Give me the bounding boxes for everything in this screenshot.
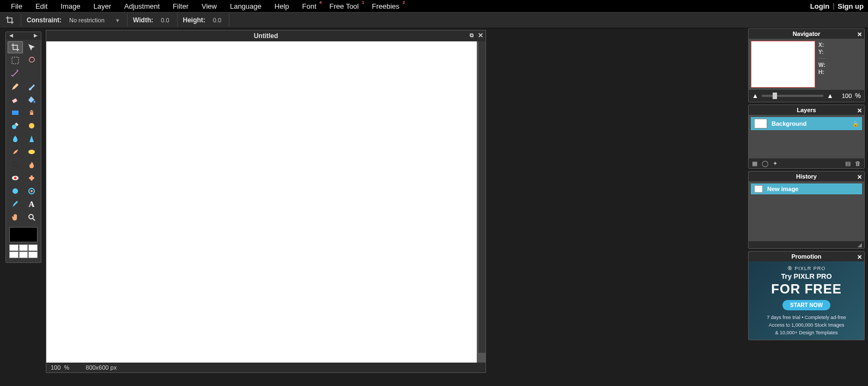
canvas[interactable] xyxy=(46,41,477,363)
foreground-color-swatch[interactable] xyxy=(9,227,38,242)
layer-settings-icon[interactable]: ▤ xyxy=(845,160,851,167)
menu-language[interactable]: Language xyxy=(223,1,268,12)
menu-help[interactable]: Help xyxy=(268,1,296,12)
menu-file[interactable]: File xyxy=(4,1,29,12)
close-icon[interactable]: ✕ xyxy=(857,29,862,39)
palette-cell[interactable] xyxy=(19,244,28,251)
palette-cell[interactable] xyxy=(9,244,19,251)
promo-detail: 7 days free trial • Completely ad-free xyxy=(751,315,862,320)
navigator-body: X: Y: W: H: xyxy=(749,39,864,90)
delete-layer-icon[interactable]: 🗑 xyxy=(855,160,861,167)
palette-cell[interactable] xyxy=(28,252,38,258)
constraint-select[interactable]: No restriction xyxy=(67,16,122,25)
toolbox-prev-icon[interactable]: ◀ xyxy=(9,33,13,39)
canvas-scrollbar[interactable] xyxy=(478,41,485,353)
menu-font[interactable]: Font4 xyxy=(296,1,323,12)
svg-point-10 xyxy=(14,177,17,180)
signup-link[interactable]: Sign up xyxy=(837,2,864,10)
dodge-tool[interactable] xyxy=(8,159,23,171)
crop-tool[interactable] xyxy=(8,41,23,53)
burn-tool[interactable] xyxy=(24,159,39,171)
nav-w-label: W: xyxy=(818,62,825,68)
history-row[interactable]: New image xyxy=(751,183,862,194)
bloat-tool[interactable] xyxy=(8,185,23,197)
color-replace-tool[interactable] xyxy=(8,120,23,132)
marquee-tool[interactable] xyxy=(8,54,23,66)
promo-line1: Try PIXLR PRO xyxy=(751,272,862,280)
palette-cell[interactable] xyxy=(19,252,28,258)
canvas-titlebar[interactable]: Untitled ⧉ ✕ xyxy=(46,30,485,41)
svg-rect-0 xyxy=(12,57,19,64)
layers-title[interactable]: Layers✕ xyxy=(749,105,864,115)
sponge-tool[interactable] xyxy=(24,146,39,158)
move-tool[interactable] xyxy=(24,41,39,53)
palette-cell[interactable] xyxy=(28,244,38,251)
lock-icon[interactable]: 🔒 xyxy=(852,121,859,127)
layers-body: Background 🔒 xyxy=(749,115,864,158)
layers-panel: Layers✕ Background 🔒 ▦ ◯ ✦ ▤ 🗑 xyxy=(748,105,865,169)
palette-cell[interactable] xyxy=(9,252,19,258)
brush-tool[interactable] xyxy=(24,81,39,93)
menu-filter[interactable]: Filter xyxy=(166,1,195,12)
maximize-icon[interactable]: ⧉ xyxy=(470,32,474,39)
wand-tool[interactable] xyxy=(8,68,23,79)
pencil-tool[interactable] xyxy=(8,81,23,93)
badge: 1 xyxy=(362,0,364,5)
type-tool[interactable]: A xyxy=(24,198,39,210)
layer-mask-icon[interactable]: ◯ xyxy=(762,160,768,167)
layer-fx-icon[interactable]: ✦ xyxy=(773,160,778,167)
resize-grip[interactable]: ◢ xyxy=(749,241,864,248)
close-icon[interactable]: ✕ xyxy=(857,252,862,262)
red-eye-tool[interactable] xyxy=(8,172,23,184)
navigator-title[interactable]: Navigator✕ xyxy=(749,29,864,39)
width-label: Width: xyxy=(133,16,153,24)
blur-tool[interactable] xyxy=(8,133,23,145)
zoom-slider[interactable] xyxy=(762,95,824,97)
zoom-in-icon[interactable]: ▲ xyxy=(827,92,833,100)
paint-bucket-tool[interactable] xyxy=(24,94,39,106)
svg-point-16 xyxy=(29,215,33,219)
width-input[interactable]: 0.0 xyxy=(159,16,171,24)
toolbox-next-icon[interactable]: ▶ xyxy=(34,33,38,39)
clone-stamp-tool[interactable] xyxy=(24,107,39,119)
hand-tool[interactable] xyxy=(8,211,23,223)
sharpen-tool[interactable] xyxy=(24,133,39,145)
menu-bar-left: File Edit Image Layer Adjustment Filter … xyxy=(4,1,406,12)
menu-view[interactable]: View xyxy=(195,1,223,12)
nav-zoom-unit: % xyxy=(855,92,861,100)
pinch-tool[interactable] xyxy=(24,185,39,197)
smudge-tool[interactable] xyxy=(8,146,23,158)
navigator-preview[interactable] xyxy=(751,41,815,88)
close-icon[interactable]: ✕ xyxy=(478,32,483,39)
promotion-title[interactable]: Promotion✕ xyxy=(749,252,864,261)
svg-point-2 xyxy=(33,101,35,103)
colorpicker-tool[interactable] xyxy=(8,198,23,210)
canvas-statusbar: 100 % 800x600 px xyxy=(46,363,485,372)
close-icon[interactable]: ✕ xyxy=(857,172,862,182)
history-title[interactable]: History✕ xyxy=(749,171,864,181)
history-body: New image xyxy=(749,181,864,241)
lasso-tool[interactable] xyxy=(24,54,39,66)
nav-h-label: H: xyxy=(818,69,825,75)
close-icon[interactable]: ✕ xyxy=(857,106,862,115)
menu-freebies[interactable]: Freebies2 xyxy=(366,1,406,12)
spot-heal-tool[interactable] xyxy=(24,172,39,184)
menu-layer[interactable]: Layer xyxy=(87,1,118,12)
zoom-out-icon[interactable]: ▲ xyxy=(752,92,758,100)
menu-label: Free Tool xyxy=(330,2,359,10)
gradient-tool[interactable] xyxy=(8,107,23,119)
menu-free-tool[interactable]: Free Tool1 xyxy=(323,1,366,12)
height-input[interactable]: 0.0 xyxy=(211,16,223,24)
menu-image[interactable]: Image xyxy=(54,1,87,12)
drawing-tool[interactable] xyxy=(24,120,39,132)
zoom-slider-thumb[interactable] xyxy=(773,93,777,99)
promo-start-button[interactable]: START NOW xyxy=(782,300,830,310)
new-layer-icon[interactable]: ▦ xyxy=(752,160,757,167)
menu-edit[interactable]: Edit xyxy=(29,1,54,12)
zoom-tool[interactable] xyxy=(24,211,39,223)
svg-point-6 xyxy=(29,123,34,128)
eraser-tool[interactable] xyxy=(8,94,23,106)
layer-row[interactable]: Background 🔒 xyxy=(751,117,862,130)
login-link[interactable]: Login xyxy=(810,2,829,10)
menu-adjustment[interactable]: Adjustment xyxy=(118,1,166,12)
